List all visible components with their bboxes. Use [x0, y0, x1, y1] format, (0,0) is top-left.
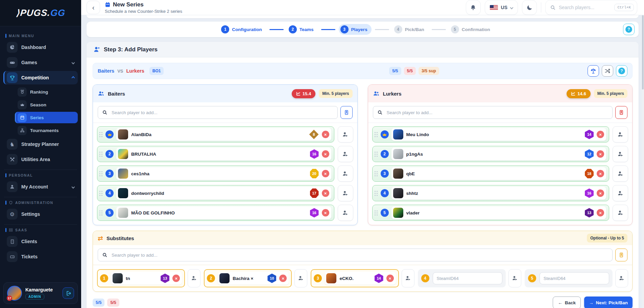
- next-pick-ban-button[interactable]: →Next: Pick/Ban: [584, 297, 633, 308]
- substitute-player-button[interactable]: [508, 269, 521, 287]
- drag-handle-icon[interactable]: [375, 152, 378, 157]
- global-search-input[interactable]: [559, 5, 611, 10]
- substitute-player-button[interactable]: [613, 146, 628, 162]
- remove-player-button[interactable]: ×: [322, 150, 329, 158]
- notifications-button[interactable]: [466, 0, 481, 15]
- substitute-card[interactable]: 1 tn 13 ×: [97, 269, 185, 287]
- sidebar-item-strategy-planner[interactable]: ♞ Strategy Planner: [3, 137, 78, 151]
- substitute-player-button[interactable]: [613, 205, 628, 221]
- wizard-footer: 5/5 5/5 ←Back →Next: Pick/Ban: [93, 297, 633, 308]
- substitute-player-button[interactable]: [188, 269, 200, 287]
- substitutes-search-input[interactable]: [112, 253, 612, 258]
- sidebar-item-my-account[interactable]: My Account: [3, 180, 78, 194]
- sidebar-item-clients[interactable]: Clients: [3, 235, 78, 248]
- remove-player-button[interactable]: ×: [597, 189, 604, 197]
- app-logo[interactable]: ⟩ PUGS.GG: [0, 0, 81, 26]
- sidebar-item-dashboard[interactable]: Dashboard: [3, 41, 78, 54]
- drag-handle-icon[interactable]: [99, 171, 103, 176]
- substitute-player-button[interactable]: [613, 165, 628, 182]
- player-pill[interactable]: Meu Lindo 14 ×: [372, 126, 610, 143]
- scrollbar[interactable]: [642, 15, 644, 308]
- step-players[interactable]: 3Players: [339, 24, 372, 35]
- sidebar-item-games[interactable]: Games: [3, 56, 78, 69]
- player-name: qbE: [406, 171, 415, 176]
- remove-player-button[interactable]: ×: [322, 131, 329, 138]
- step-configuration[interactable]: 1Configuration: [219, 24, 266, 35]
- substitute-player-button[interactable]: [338, 185, 353, 201]
- help-button[interactable]: ?: [623, 24, 635, 35]
- substitute-player-button[interactable]: [338, 126, 353, 143]
- team-a-roster-button[interactable]: [340, 106, 353, 119]
- drag-handle-icon[interactable]: [99, 210, 103, 215]
- team-b-player-search-input[interactable]: [387, 110, 613, 115]
- step-pick-ban[interactable]: 4Pick/Ban: [392, 24, 428, 35]
- substitute-player-button[interactable]: [613, 185, 628, 201]
- substitute-player-button[interactable]: [402, 269, 414, 287]
- sidebar-item-ranking[interactable]: Ranking: [15, 86, 78, 98]
- sidebar-item-series[interactable]: Series: [15, 112, 78, 123]
- drag-handle-icon[interactable]: [99, 152, 103, 157]
- player-pill[interactable]: 2 p1ngAs 12 ×: [372, 146, 610, 162]
- language-selector[interactable]: US: [485, 0, 518, 15]
- substitute-player-button[interactable]: [613, 126, 628, 143]
- player-pill[interactable]: 5 MÃO DE GOLFINHO 16 ×: [97, 205, 334, 221]
- player-pill[interactable]: 5 vlader 13 ×: [372, 205, 610, 221]
- drag-handle-icon[interactable]: [375, 171, 378, 176]
- logout-button[interactable]: [63, 287, 74, 299]
- team-a-player-search-input[interactable]: [112, 110, 337, 115]
- shuffle-teams-button[interactable]: [602, 65, 613, 77]
- back-nav-button[interactable]: ‹: [87, 1, 100, 14]
- substitute-player-button[interactable]: [615, 269, 628, 287]
- remove-player-button[interactable]: ×: [279, 275, 287, 282]
- player-pill[interactable]: 2 BRUTALHA 16 ×: [97, 146, 334, 162]
- substitute-card[interactable]: 2 Bachira × 10 ×: [204, 269, 292, 287]
- substitute-card[interactable]: 3 eCKO. 14 ×: [311, 269, 399, 287]
- sidebar-item-tickets[interactable]: Tickets: [3, 250, 78, 263]
- player-row: 2 p1ngAs 12 ×: [372, 146, 628, 162]
- remove-player-button[interactable]: ×: [322, 189, 329, 197]
- players-help-button[interactable]: ?: [616, 65, 627, 77]
- dark-mode-toggle[interactable]: [522, 0, 537, 15]
- drag-handle-icon[interactable]: [375, 191, 378, 196]
- step-confirmation[interactable]: 5Confirmation: [449, 24, 494, 35]
- remove-player-button[interactable]: ×: [322, 170, 329, 177]
- sidebar-item-utilities-area[interactable]: Utilities Area: [3, 153, 78, 166]
- remove-player-button[interactable]: ×: [386, 275, 394, 282]
- substitute-player-button[interactable]: [294, 269, 307, 287]
- sidebar-item-competition[interactable]: Competition: [3, 71, 78, 84]
- player-pill[interactable]: AlanBiDa 8 ×: [97, 126, 334, 143]
- substitutes-roster-button[interactable]: [615, 249, 627, 261]
- remove-player-button[interactable]: ×: [597, 209, 604, 216]
- player-pill[interactable]: 3 ces1nha 20 ×: [97, 165, 334, 182]
- remove-player-button[interactable]: ×: [597, 150, 604, 158]
- drag-handle-icon[interactable]: [375, 210, 378, 215]
- user-card[interactable]: 17 Kamarguete ADMIN: [3, 282, 78, 304]
- substitute-player-button[interactable]: [338, 165, 353, 182]
- back-button[interactable]: ←Back: [553, 297, 581, 308]
- remove-player-button[interactable]: ×: [597, 170, 604, 177]
- player-slot-number: 3: [381, 170, 389, 178]
- remove-player-button[interactable]: ×: [322, 209, 329, 216]
- remove-player-button[interactable]: ×: [597, 131, 604, 138]
- steamid-input[interactable]: [433, 272, 502, 284]
- step-teams[interactable]: 2Teams: [287, 24, 318, 35]
- app: ⟩ PUGS.GG MAIN MENU Dashboard Games Comp…: [0, 0, 644, 308]
- substitute-player-button[interactable]: [338, 205, 353, 221]
- user-swap-icon: [619, 275, 625, 281]
- player-pill[interactable]: 3 qbE 18 ×: [372, 165, 610, 182]
- player-pill[interactable]: 4 shhtz 16 ×: [372, 185, 610, 201]
- substitute-player-button[interactable]: [338, 146, 353, 162]
- player-pill[interactable]: 4 dontworrychild 17 ×: [97, 185, 334, 201]
- gears-icon: ⚙: [7, 209, 18, 220]
- steamid-input[interactable]: [540, 272, 609, 284]
- drag-handle-icon[interactable]: [375, 132, 378, 137]
- balance-teams-button[interactable]: [588, 65, 599, 77]
- drag-handle-icon[interactable]: [99, 191, 103, 196]
- sidebar-item-settings[interactable]: ⚙ Settings: [3, 207, 78, 221]
- drag-handle-icon[interactable]: [99, 132, 103, 137]
- team-b-roster-button[interactable]: [615, 106, 627, 119]
- global-search[interactable]: Ctrl+K: [545, 0, 637, 15]
- sidebar-item-season[interactable]: Season: [15, 99, 78, 110]
- sidebar-item-tournaments[interactable]: Tournaments: [15, 125, 78, 136]
- remove-player-button[interactable]: ×: [172, 275, 180, 282]
